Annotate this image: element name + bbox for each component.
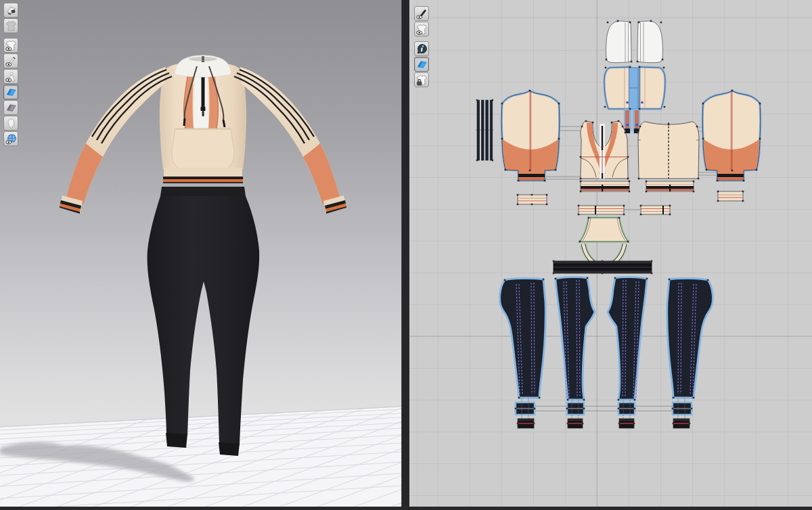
toggle-garment-visibility-button[interactable]: [3, 38, 18, 53]
sleeve-right-3d[interactable]: [234, 67, 346, 214]
tshirt-eye-icon: [416, 24, 428, 35]
pattern-piece-pant-leg-4[interactable]: [667, 279, 713, 398]
2d-view-toolbar: [414, 6, 429, 88]
fabric-gray-icon: [5, 102, 17, 114]
info-icon: [416, 43, 428, 55]
pattern-piece-pocket-bag[interactable]: [580, 218, 628, 241]
window-bottom-edge: [0, 507, 812, 510]
pattern-piece-back-bodice[interactable]: [638, 122, 699, 179]
hood-3d: [175, 55, 231, 77]
pattern-piece-ankle-cuffs[interactable]: [516, 402, 692, 415]
3d-view-toolbar: [3, 3, 18, 147]
panel-splitter[interactable]: [401, 0, 409, 510]
hoodie-3d[interactable]: [160, 55, 246, 183]
pattern-piece-hood-side-left[interactable]: [604, 67, 630, 109]
tshirt-gray-icon: [5, 20, 17, 32]
app-window: [0, 0, 812, 510]
toggle-pattern-information-button[interactable]: [414, 41, 429, 56]
lock-patterns-button[interactable]: [414, 72, 429, 87]
selected-point[interactable]: [627, 124, 629, 126]
pattern-piece-back-hem-band[interactable]: [646, 181, 694, 191]
selected-point[interactable]: [641, 101, 644, 103]
toggle-2d-garment-button[interactable]: [414, 22, 429, 37]
jogger-cuff-right: [219, 442, 240, 456]
pattern-piece-hood-side-right[interactable]: [639, 67, 665, 109]
fabric-blue-icon: [416, 59, 428, 70]
selected-point[interactable]: [627, 101, 629, 103]
pattern-piece-pant-leg-1[interactable]: [500, 279, 546, 398]
hem-band: [163, 168, 243, 183]
brush-eye-icon: [5, 55, 17, 67]
cuff-relation-lines: [514, 407, 693, 411]
mannequin-eye-icon: [5, 71, 17, 83]
pattern-piece-front-hem-band[interactable]: [581, 181, 629, 191]
panel-2d-pattern[interactable]: [409, 0, 812, 510]
show-garment-button[interactable]: [3, 18, 18, 33]
pattern-piece-cuff-strip-center-back[interactable]: [641, 206, 670, 214]
pattern-piece-ankle-bindings[interactable]: [518, 398, 690, 428]
pattern-piece-cuff-strip-left[interactable]: [518, 195, 547, 204]
pattern-piece-zipper-placket-left[interactable]: [625, 110, 635, 133]
head-icon: [5, 118, 17, 129]
globe-eye-icon: [5, 133, 17, 145]
pattern-piece-sleeve-right[interactable]: [702, 91, 761, 181]
pen-eye-icon: [416, 8, 428, 20]
tshirt-eye-icon: [5, 40, 17, 51]
show-avatar-head-button[interactable]: [3, 116, 18, 131]
kangaroo-pocket: [172, 129, 234, 170]
garment-3d[interactable]: [60, 55, 346, 456]
toggle-seam-tools-button[interactable]: [414, 6, 429, 21]
show-3d-pressing-tool-button[interactable]: [3, 3, 18, 18]
pattern-piece-pant-leg-3[interactable]: [608, 277, 647, 400]
pattern-piece-hood-crown-left[interactable]: [606, 21, 631, 63]
pattern-piece-sleeve-stripe-strips[interactable]: [476, 100, 494, 160]
sleeve-left-3d[interactable]: [60, 67, 172, 214]
3d-scene[interactable]: [0, 0, 401, 510]
tshirt-lock-icon: [416, 74, 428, 86]
2d-pattern-canvas[interactable]: [409, 0, 812, 510]
selected-point[interactable]: [636, 124, 638, 126]
pattern-piece-hood-center-gusset[interactable]: [629, 68, 639, 109]
jogger-cuff-left: [166, 433, 187, 448]
pattern-piece-pants-waistband[interactable]: [554, 261, 652, 273]
iron-3d-icon: [5, 5, 17, 16]
toggle-environment-button[interactable]: [3, 131, 18, 146]
pattern-piece-sleeve-left[interactable]: [501, 91, 560, 181]
pattern-piece-cuff-strip-center-front[interactable]: [579, 206, 624, 214]
pattern-piece-hood-crown-right[interactable]: [637, 21, 662, 63]
toggle-garment-style-button[interactable]: [3, 53, 18, 68]
toggle-pattern-fill-button[interactable]: [414, 57, 429, 72]
pattern-piece-front-bodice[interactable]: [581, 121, 628, 179]
toggle-avatar-visibility-button[interactable]: [3, 69, 18, 84]
show-pattern-surface-button[interactable]: [3, 100, 18, 115]
pattern-piece-zipper-placket-right[interactable]: [634, 110, 639, 133]
panel-3d-view[interactable]: [0, 0, 401, 510]
show-pattern-mesh-button[interactable]: [3, 85, 18, 99]
pattern-piece-cuff-strip-right[interactable]: [718, 191, 743, 201]
pattern-piece-pant-leg-2[interactable]: [556, 277, 595, 400]
fabric-blue-icon: [5, 87, 17, 98]
